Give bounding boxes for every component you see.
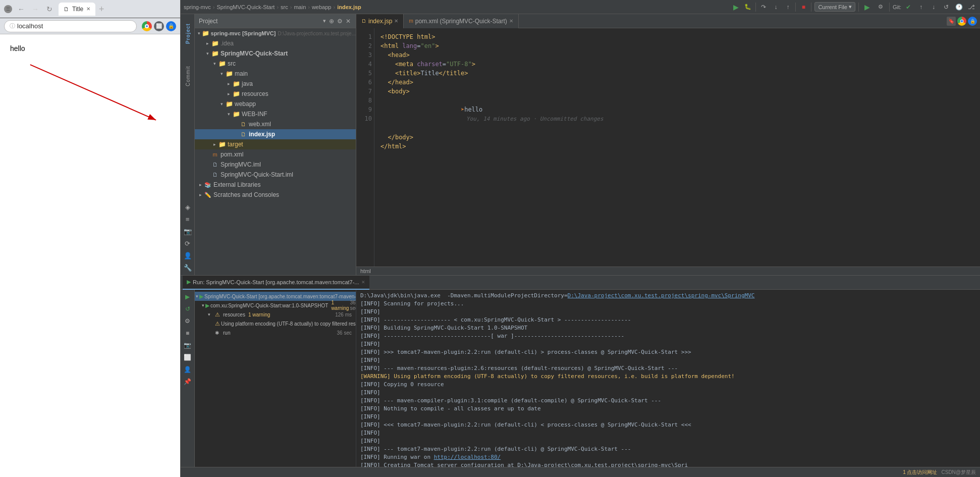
git-update-icon[interactable]: ↑ — [915, 2, 927, 13]
log-line-1: D:\Java\jdk\bin\java.exe -Dmaven.multiMo… — [360, 292, 976, 300]
tree-item-webapp[interactable]: ▾ 📁 webapp — [195, 99, 356, 109]
csdn-text: CSDN@梦星辰 — [942, 469, 976, 476]
tree-item-idea[interactable]: ▸ 📁 .idea — [195, 38, 356, 48]
localhost-link[interactable]: http://localhost:80/ — [434, 454, 501, 460]
run-stop-icon[interactable]: ■ — [183, 328, 193, 338]
sidebar-icon-1[interactable]: ◈ — [182, 201, 193, 213]
tab-close-icon[interactable]: ✕ — [86, 6, 90, 12]
code-line-1: <!DOCTYPE html> — [380, 32, 974, 41]
project-close-icon[interactable]: ✕ — [345, 17, 352, 26]
step-out-icon[interactable]: ↑ — [782, 2, 793, 13]
tree-item-springmvciml[interactable]: 🗋 SpringMVC.iml — [195, 160, 356, 170]
run-camera-icon[interactable]: 📷 — [183, 340, 193, 350]
project-dropdown-arrow[interactable]: ▾ — [323, 18, 326, 24]
red-arrow — [0, 34, 180, 135]
tree-item-java[interactable]: ▸ 📁 java — [195, 79, 356, 89]
tree-item-springmvc-root[interactable]: ▾ 📁 spring-mvc [SpringMVC] D:\Java-proje… — [195, 28, 356, 38]
run-tab-active[interactable]: ▶ Run: SpringMVC-Quick-Start [org.apache… — [183, 276, 369, 290]
git-area: Git: ✔ ↑ ↓ ↺ 🕐 ⎇ — [893, 2, 977, 13]
debug-icon[interactable]: 🐛 — [742, 2, 753, 13]
sidebar-icon-4[interactable]: ⟳ — [182, 238, 193, 249]
step-over-icon[interactable]: ↷ — [758, 2, 769, 13]
tree-item-webinf[interactable]: ▾ 📁 WEB-INF — [195, 109, 356, 119]
tree-item-resources[interactable]: ▸ 📁 resources — [195, 89, 356, 99]
run-rerun-icon[interactable]: ↺ — [183, 304, 193, 314]
code-line-2: <html lang="en"> — [380, 41, 974, 50]
git-history-icon[interactable]: 🕐 — [953, 2, 964, 13]
tree-item-external-libs[interactable]: ▸ 📚 External Libraries — [195, 180, 356, 190]
git-revert-icon[interactable]: ↺ — [941, 2, 952, 13]
code-editor: 12345 678910 <!DOCTYPE html> <html lang=… — [356, 28, 980, 267]
run-tree-item-war[interactable]: ▾ ▶ com.xu:SpringMVC-Quick-Start:war:1.0… — [195, 301, 356, 310]
browser-tab[interactable]: 🗋 Title ✕ — [59, 3, 95, 16]
run-tree-item-resources[interactable]: ▾ ⚠ resources 1 warning 126 ms — [195, 310, 356, 319]
git-push-icon[interactable]: ↓ — [928, 2, 939, 13]
tree-item-scratches[interactable]: ▸ ✏️ Scratches and Consoles — [195, 190, 356, 200]
git-branch-icon[interactable]: ⎇ — [966, 2, 977, 13]
project-panel-toggle[interactable]: Project — [183, 16, 192, 51]
refresh-button[interactable]: ↻ — [43, 3, 56, 15]
new-tab-button[interactable]: + — [95, 4, 107, 16]
toolbar-sep2 — [795, 3, 796, 12]
toolbar-icons-group: ▶ 🐛 ↷ ↓ ↑ ■ — [730, 2, 812, 13]
tab-indexjsp[interactable]: 🗋 index.jsp ✕ — [356, 14, 404, 28]
back-button[interactable]: ← — [15, 3, 27, 15]
project-sync-icon[interactable]: ⊕ — [328, 17, 335, 26]
file-tree: ▾ 📁 spring-mvc [SpringMVC] D:\Java-proje… — [195, 28, 356, 275]
current-file-button[interactable]: Current File ▾ — [814, 2, 855, 12]
editor-tabs-bar: 🗋 index.jsp ✕ m pom.xml (SpringMVC-Quick… — [356, 14, 980, 28]
tree-item-target[interactable]: ▸ 📁 target — [195, 139, 356, 149]
tree-item-pomxml[interactable]: m pom.xml — [195, 149, 356, 160]
sidebar-icon-5[interactable]: 👤 — [182, 250, 193, 261]
run-restart-icon[interactable]: ▶ — [183, 292, 193, 302]
run-settings-icon[interactable]: ⚙ — [183, 316, 193, 326]
tree-item-quickstart[interactable]: ▾ 📁 SpringMVC-Quick-Start — [195, 48, 356, 59]
tab-close-pomxml[interactable]: ✕ — [509, 18, 513, 24]
tree-item-webxml[interactable]: 🗋 web.xml — [195, 119, 356, 129]
run-export-icon[interactable]: ⬜ — [183, 352, 193, 362]
tab-pomxml[interactable]: m pom.xml (SpringMVC-Quick-Start) ✕ — [404, 14, 518, 28]
ide-sidebar-strip: Project Commit ◈ ≡ 📷 ⟳ 👤 🔧 — [181, 14, 195, 275]
log-line-17: [INFO] <<< tomcat7-maven-plugin:2.2:run … — [360, 421, 976, 429]
tree-item-src[interactable]: ▾ 📁 src — [195, 59, 356, 69]
commit-toggle[interactable]: Commit — [183, 64, 192, 89]
run-log[interactable]: D:\Java\jdk\bin\java.exe -Dmaven.multiMo… — [356, 290, 980, 467]
html-badge: html — [356, 267, 980, 275]
log-line-16: [INFO] — [360, 413, 976, 421]
code-line-5: <title>Title</title> — [380, 69, 974, 78]
address-bar[interactable]: ⓘ localhost — [4, 20, 137, 32]
run-icon[interactable]: ▶ — [730, 2, 741, 13]
git-check-icon[interactable]: ✔ — [903, 2, 914, 13]
run-tree-item-warning[interactable]: ⚠ Using platform encoding (UTF-8 actuall… — [195, 319, 356, 328]
bookmark-icon[interactable]: 🔖 — [947, 17, 956, 26]
ext-icon-blue: 🔒 — [968, 17, 977, 26]
code-line-9: </body> — [380, 133, 974, 142]
forward-button[interactable]: → — [29, 3, 41, 15]
run-pin-icon[interactable]: 📌 — [183, 377, 193, 387]
toolbar-sep3 — [811, 3, 811, 12]
tab-close-indexjsp[interactable]: ✕ — [394, 18, 398, 24]
tree-item-indexjsp[interactable]: 🗋 index.jsp — [195, 129, 356, 139]
log-line-4: [INFO] -------------------- < com.xu:Spr… — [360, 316, 976, 324]
log-line-21: [INFO] Running war on http://localhost:8… — [360, 453, 976, 461]
code-content[interactable]: <!DOCTYPE html> <html lang="en"> <head> … — [374, 28, 980, 267]
log-line-22: [INFO] Creating Tomcat server configurat… — [360, 461, 976, 467]
watermark-text: 1 点击访问网址 — [903, 469, 937, 476]
browser-ext-icon: ⬜ — [154, 21, 164, 31]
sidebar-icon-3[interactable]: 📷 — [182, 226, 193, 237]
run-tab-close[interactable]: ✕ — [361, 280, 365, 285]
run-tree-item-run[interactable]: ✱ run 36 sec — [195, 328, 356, 337]
code-line-10: </html> — [380, 142, 974, 151]
tab-icon-pomxml: m — [409, 18, 413, 24]
project-settings-icon[interactable]: ⚙ — [336, 17, 344, 26]
play-button[interactable]: ▶ — [862, 2, 873, 13]
sidebar-icon-6[interactable]: 🔧 — [182, 262, 193, 273]
tree-item-quickstartiml[interactable]: 🗋 SpringMVC-Quick-Start.iml — [195, 170, 356, 180]
step-into-icon[interactable]: ↓ — [770, 2, 781, 13]
run-user-icon[interactable]: 👤 — [183, 364, 193, 375]
tree-item-main[interactable]: ▾ 📁 main — [195, 69, 356, 79]
run-config-button[interactable]: ⚙ — [875, 2, 886, 13]
tab-label-pomxml: pom.xml (SpringMVC-Quick-Start) — [415, 18, 507, 25]
stop-icon[interactable]: ■ — [798, 2, 809, 13]
sidebar-icon-2[interactable]: ≡ — [182, 214, 193, 225]
